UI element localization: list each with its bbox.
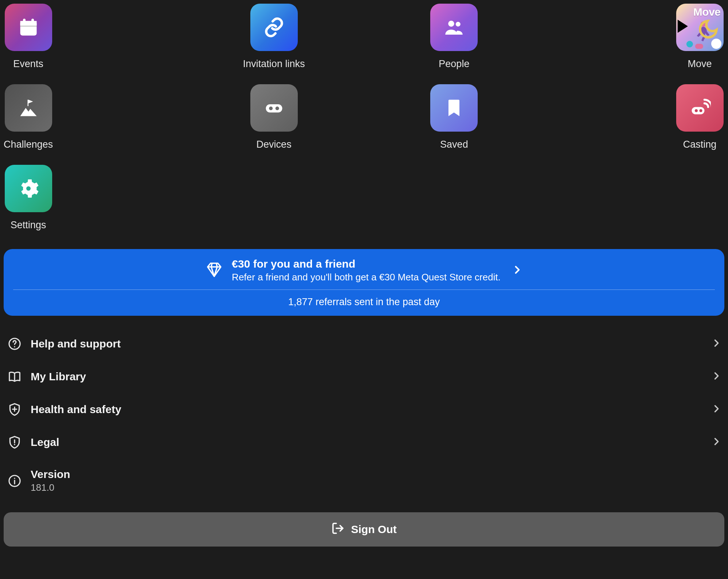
chevron-right-icon xyxy=(711,404,721,415)
app-invitation-links[interactable]: Invitation links xyxy=(249,4,298,70)
svg-rect-4 xyxy=(20,26,36,27)
svg-point-19 xyxy=(14,478,15,479)
link-icon xyxy=(250,4,298,51)
referral-banner[interactable]: €30 for you and a friend Refer a friend … xyxy=(4,249,724,316)
sign-out-label: Sign Out xyxy=(351,523,397,536)
app-grid: Events Invitation links People Move Move xyxy=(4,4,724,231)
bookmark-icon xyxy=(430,84,478,132)
banner-title: €30 for you and a friend xyxy=(232,258,500,270)
version-label: Version xyxy=(31,468,721,481)
svg-point-17 xyxy=(14,444,15,445)
people-icon xyxy=(430,4,478,51)
shield-alert-icon xyxy=(7,435,23,449)
svg-point-9 xyxy=(269,106,273,110)
row-help-support[interactable]: Help and support xyxy=(4,327,724,360)
svg-point-16 xyxy=(14,346,15,347)
svg-point-13 xyxy=(699,109,702,112)
chevron-right-icon xyxy=(711,436,721,448)
sign-out-button[interactable]: Sign Out xyxy=(4,512,724,547)
svg-point-14 xyxy=(26,186,31,191)
app-devices[interactable]: Devices xyxy=(249,84,298,150)
row-my-library[interactable]: My Library xyxy=(4,360,724,393)
cast-icon xyxy=(676,84,724,132)
row-label: Health and safety xyxy=(31,403,711,416)
info-icon xyxy=(7,474,23,488)
calendar-icon xyxy=(5,4,52,51)
banner-stats: 1,877 referrals sent in the past day xyxy=(13,290,715,308)
svg-rect-1 xyxy=(20,21,36,26)
row-version: Version 181.0 xyxy=(4,459,724,503)
banner-subtitle: Refer a friend and you'll both get a €30… xyxy=(232,272,500,283)
app-challenges[interactable]: Challenges xyxy=(4,84,53,150)
app-events[interactable]: Events xyxy=(4,4,53,70)
row-legal[interactable]: Legal xyxy=(4,426,724,459)
svg-point-6 xyxy=(456,22,461,27)
app-label: Challenges xyxy=(4,139,53,150)
svg-point-5 xyxy=(448,21,455,27)
version-value: 181.0 xyxy=(31,482,721,493)
app-casting[interactable]: Casting xyxy=(675,84,724,150)
app-label: Move xyxy=(687,58,712,70)
svg-rect-8 xyxy=(266,104,282,113)
app-saved[interactable]: Saved xyxy=(430,84,479,150)
app-label: People xyxy=(439,58,469,70)
gear-icon xyxy=(5,165,52,212)
chevron-right-icon xyxy=(711,338,721,350)
svg-rect-11 xyxy=(692,107,704,114)
chevron-right-icon xyxy=(711,371,721,382)
chevron-right-icon xyxy=(512,264,523,277)
app-people[interactable]: People xyxy=(430,4,479,70)
svg-rect-3 xyxy=(31,19,34,23)
row-health-safety[interactable]: Health and safety xyxy=(4,393,724,426)
app-label: Saved xyxy=(440,139,468,150)
app-settings[interactable]: Settings xyxy=(4,165,53,231)
move-icon: Move xyxy=(676,4,724,51)
row-label: Help and support xyxy=(31,338,711,350)
app-label: Invitation links xyxy=(243,58,305,70)
diamond-icon xyxy=(205,261,223,280)
help-icon xyxy=(7,337,23,351)
shield-plus-icon xyxy=(7,403,23,416)
settings-list: Help and support My Library Health and s… xyxy=(4,327,724,503)
sign-out-icon xyxy=(331,522,344,537)
app-label: Settings xyxy=(11,219,46,231)
svg-rect-2 xyxy=(23,19,26,23)
app-label: Devices xyxy=(257,139,292,150)
headset-icon xyxy=(250,84,298,132)
app-label: Casting xyxy=(683,139,717,150)
row-label: My Library xyxy=(31,370,711,383)
svg-point-10 xyxy=(275,106,279,110)
flag-mountain-icon xyxy=(5,84,52,132)
book-icon xyxy=(7,370,23,384)
app-label: Events xyxy=(13,58,43,70)
row-label: Legal xyxy=(31,436,711,448)
svg-point-12 xyxy=(695,109,698,112)
app-move[interactable]: Move Move xyxy=(675,4,724,70)
